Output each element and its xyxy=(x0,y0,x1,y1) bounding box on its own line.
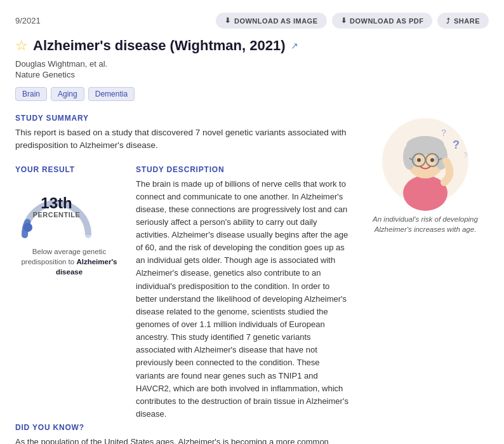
result-description: Below average genetic predisposition to … xyxy=(15,246,123,277)
top-bar: 9/2021 ⬇ DOWNLOAD AS IMAGE ⬇ DOWNLOAD AS… xyxy=(15,13,489,29)
your-result-col: YOUR RESULT 13th PERCENTILE xyxy=(15,165,123,421)
percentile-word: PERCENTILE xyxy=(33,211,81,219)
tags-row: Brain Aging Dementia xyxy=(15,87,489,101)
svg-point-13 xyxy=(430,158,434,162)
tag-dementia[interactable]: Dementia xyxy=(88,87,135,101)
download-image-button[interactable]: ⬇ DOWNLOAD AS IMAGE xyxy=(216,13,326,29)
right-aside: ? ? ? An individual's risk of developing… xyxy=(362,114,489,444)
author-line: Douglas Wightman, et al. xyxy=(15,59,489,69)
star-icon[interactable]: ☆ xyxy=(15,39,28,53)
top-buttons: ⬇ DOWNLOAD AS IMAGE ⬇ DOWNLOAD AS PDF ⤴ … xyxy=(216,13,489,29)
journal-line: Nature Genetics xyxy=(15,70,489,79)
share-icon: ⤴ xyxy=(446,17,451,25)
download-icon: ⬇ xyxy=(225,17,231,25)
download-pdf-label: DOWNLOAD AS PDF xyxy=(350,17,423,25)
study-summary-heading: STUDY SUMMARY xyxy=(15,114,349,123)
percentile-number: 13th xyxy=(33,196,81,211)
did-you-know-text: As the population of the United States a… xyxy=(15,436,349,444)
svg-point-2 xyxy=(403,175,448,211)
study-desc-text: The brain is made up of billions of nerv… xyxy=(136,178,349,421)
gauge-container: 13th PERCENTILE xyxy=(15,178,98,241)
tag-brain[interactable]: Brain xyxy=(15,87,47,101)
study-desc-heading: STUDY DESCRIPTION xyxy=(136,165,349,174)
study-desc-col: STUDY DESCRIPTION The brain is made up o… xyxy=(136,165,349,421)
did-you-know-section: DID YOU KNOW? As the population of the U… xyxy=(15,423,349,444)
download-pdf-button[interactable]: ⬇ DOWNLOAD AS PDF xyxy=(332,13,433,29)
did-you-know-heading: DID YOU KNOW? xyxy=(15,423,349,432)
left-main: STUDY SUMMARY This report is based on a … xyxy=(15,114,349,444)
svg-text:?: ? xyxy=(453,138,460,151)
result-desc-text: Below average genetic predisposition to … xyxy=(21,248,117,276)
tag-aging[interactable]: Aging xyxy=(51,87,84,101)
svg-text:?: ? xyxy=(441,128,446,138)
share-button[interactable]: ⤴ SHARE xyxy=(437,13,489,29)
svg-text:?: ? xyxy=(463,151,468,160)
illustration-caption: An individual's risk of developing Alzhe… xyxy=(371,214,479,234)
external-link-icon[interactable]: ↗ xyxy=(291,41,298,51)
download-image-label: DOWNLOAD AS IMAGE xyxy=(234,17,318,25)
two-col: YOUR RESULT 13th PERCENTILE xyxy=(15,165,349,421)
pdf-icon: ⬇ xyxy=(341,17,347,25)
svg-point-0 xyxy=(23,223,32,232)
result-condition: Alzheimer's disease xyxy=(56,258,117,276)
gauge-label: 13th PERCENTILE xyxy=(33,196,81,219)
svg-point-12 xyxy=(417,158,421,162)
page-title: Alzheimer's disease (Wightman, 2021) xyxy=(33,37,286,54)
title-row: ☆ Alzheimer's disease (Wightman, 2021) ↗ xyxy=(15,37,489,54)
date-label: 9/2021 xyxy=(15,16,41,25)
main-content: STUDY SUMMARY This report is based on a … xyxy=(15,114,489,444)
study-summary-text: This report is based on a study that dis… xyxy=(15,126,349,152)
illustration: ? ? ? xyxy=(371,114,479,209)
study-summary-section: STUDY SUMMARY This report is based on a … xyxy=(15,114,349,152)
person-illustration: ? ? ? xyxy=(371,114,479,212)
your-result-heading: YOUR RESULT xyxy=(15,165,123,174)
share-label: SHARE xyxy=(454,17,480,25)
